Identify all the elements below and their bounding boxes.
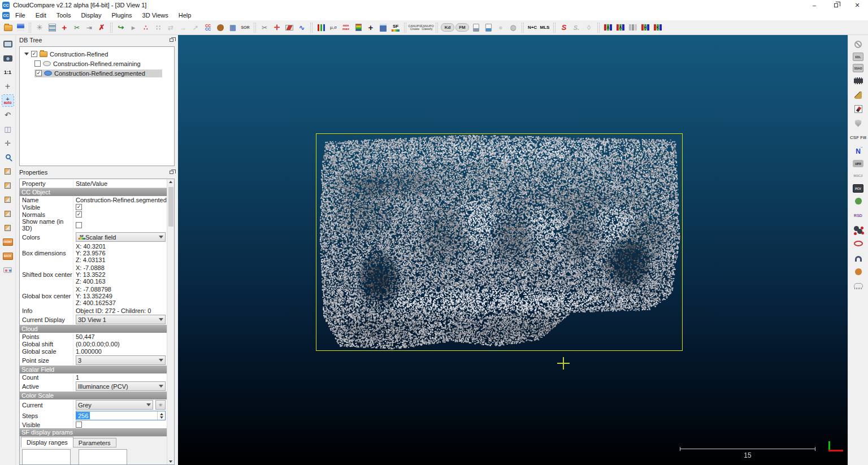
sphere-icon[interactable]: ● [495,22,506,33]
float-button[interactable] [170,38,173,42]
steps-spinbox[interactable]: 256 [76,411,166,420]
cloud-measure-icon[interactable] [853,280,864,292]
curve-s-dots-icon[interactable]: S. [571,22,582,33]
menu-help[interactable]: Help [174,12,196,19]
view-right-icon[interactable] [2,208,14,219]
view-top-icon[interactable] [2,166,14,177]
mesh-sphere-icon[interactable]: ◍ [507,22,519,33]
hand-picker-icon[interactable] [853,266,864,277]
view-left-icon[interactable] [2,194,14,205]
visible-checkbox[interactable] [76,204,82,210]
restore-button[interactable] [825,0,847,10]
segment-icon[interactable]: ✂ [71,22,83,33]
noise-filter-icon[interactable] [215,22,226,33]
remaining-checkbox[interactable] [34,60,41,67]
show-name-checkbox[interactable] [76,222,82,228]
normals-checkbox[interactable] [76,211,82,218]
gears-icon[interactable] [853,224,864,235]
scroll-up-icon[interactable] [169,181,172,183]
pcv-icon[interactable]: PCV [853,184,863,193]
ransac-shapes-icon[interactable]: RSD [853,210,864,221]
tree-item-remaining[interactable]: Construction-Refined.remaining [20,59,174,68]
plugin-hist-c-icon[interactable] [627,22,639,33]
range-input-stub[interactable] [22,449,71,464]
hpr-icon[interactable]: HPR [853,160,863,167]
scrollbar-thumb[interactable] [168,187,173,227]
color-scale-editor-button[interactable]: ✳ [155,400,166,410]
interactive-transform-icon[interactable]: ✛ [271,22,283,33]
apply-transformation-icon[interactable]: ⇥ [84,22,95,33]
normal-vector-icon[interactable]: N [853,146,864,157]
float-button[interactable] [170,171,173,174]
rgb-file-icon[interactable] [483,22,494,33]
point-size-dropdown[interactable]: 3 [76,355,166,365]
sf-min-max-icon[interactable]: min max [340,22,351,33]
minimize-button[interactable]: – [804,0,825,10]
edl-icon[interactable]: EDL [853,53,863,61]
zoom-fit-icon[interactable]: + [2,81,14,92]
3d-viewport[interactable]: 15 [178,35,848,465]
normals-pcv-icon[interactable]: N+C [527,22,538,33]
trace-polyline-icon[interactable]: ∿ [296,22,307,33]
kd-tree-icon[interactable]: Kd [441,23,454,32]
view-front-icon[interactable] [2,180,14,191]
cross-section-icon[interactable]: ✂ [259,22,270,33]
menu-display[interactable]: Display [76,12,106,19]
tree-item-segmented[interactable]: Construction-Refined.segmented [20,68,174,78]
close-button[interactable]: ✕ [847,0,868,10]
m3c2-icon[interactable]: M3C2 [853,170,864,181]
colors-dropdown[interactable]: SF Scalar field [76,232,166,242]
plugin-hist-e-icon[interactable]: K [652,22,663,33]
cc-cc-icon[interactable] [202,22,214,33]
scale-visible-checkbox[interactable] [76,421,82,428]
clean-icon[interactable] [853,89,864,101]
sf-file-icon[interactable] [470,22,481,33]
plugin-hist-a-icon[interactable]: A [602,22,614,33]
tab-display-ranges[interactable]: Display ranges [21,437,73,447]
cloud-mesh-distance-icon[interactable]: → [177,22,189,33]
local-statistics-icon[interactable]: ↗ [190,22,201,33]
properties-scrollbar[interactable] [167,179,174,464]
color-scales-manager-icon[interactable]: SF [390,22,401,33]
canupo-create-icon[interactable]: CANUPO Create [409,22,420,33]
delete-icon[interactable]: ✗ [96,22,107,33]
add-sf-icon[interactable]: + [365,22,376,33]
ssao-icon[interactable]: SSAO [853,64,863,72]
menu-file[interactable]: File [11,12,30,19]
sf-arithmetic-icon[interactable] [377,22,389,33]
plane-flip-icon[interactable]: ◊ [583,22,594,33]
color-scale-dropdown[interactable]: Grey [76,400,153,410]
shield-icon[interactable] [853,118,864,129]
poisson-recon-icon[interactable] [853,195,864,207]
menu-tools[interactable]: Tools [52,12,76,19]
delete-sf-icon[interactable] [353,22,364,33]
align-point-pairs-icon[interactable]: ∴ [140,22,151,33]
animation-icon[interactable] [853,75,864,86]
current-display-dropdown[interactable]: 3D View 1 [76,315,166,324]
subsample-icon[interactable]: ∷ [153,22,164,33]
active-sf-dropdown[interactable]: Illuminance (PCV) [76,381,166,391]
menu-plugins[interactable]: Plugins [107,12,136,19]
octree-icon[interactable]: ▦ [227,22,238,33]
open-icon[interactable] [2,22,14,33]
range-input-stub[interactable] [79,449,127,464]
tab-parameters[interactable]: Parameters [73,438,116,447]
fm-icon[interactable]: FM [455,23,469,32]
root-checkbox[interactable] [31,51,37,57]
disable-shader-icon[interactable] [853,38,864,50]
spin-up-icon[interactable] [160,413,163,415]
register-icon[interactable]: ↪ [115,22,127,33]
scroll-down-icon[interactable] [169,460,172,463]
spin-down-icon[interactable] [160,416,163,419]
display-settings-icon[interactable]: ✳ [34,22,45,33]
auto-pick-center-icon[interactable]: + [2,95,14,106]
view-iso-front-icon[interactable]: FRONT [2,236,14,247]
point-picking-icon[interactable]: + [59,22,70,33]
fine-registration-icp-icon[interactable]: ► [128,22,139,33]
sor-filter-icon[interactable]: SOR [240,22,251,33]
menu-edit[interactable]: Edit [31,12,51,19]
zoom-1-1-icon[interactable]: 1:1 [2,67,14,78]
plugin-hist-d-icon[interactable]: H [640,22,651,33]
stat-params-icon[interactable]: µ,σ [328,22,339,33]
render-to-file-icon[interactable] [2,38,14,50]
